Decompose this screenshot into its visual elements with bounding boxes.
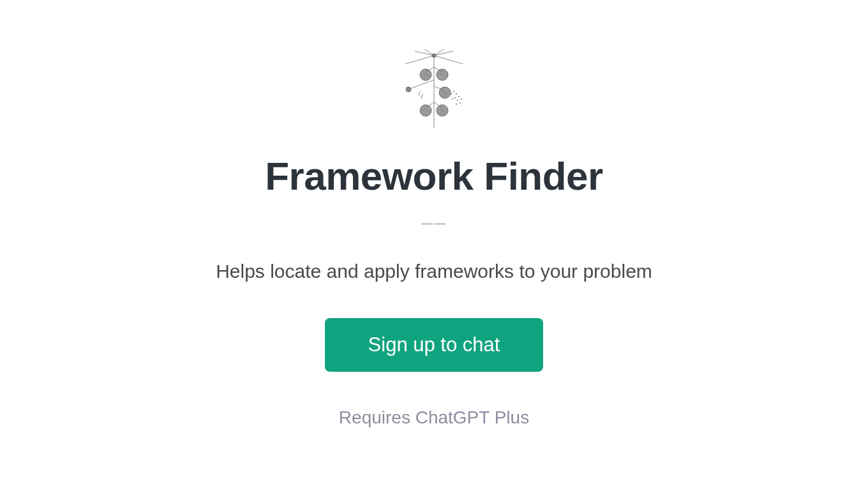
svg-point-22 xyxy=(456,93,457,95)
sign-up-button[interactable]: Sign up to chat xyxy=(325,318,544,372)
svg-point-23 xyxy=(454,97,456,98)
svg-point-29 xyxy=(456,103,457,105)
botanical-sketch-icon xyxy=(393,48,475,131)
svg-point-27 xyxy=(461,98,462,100)
svg-point-7 xyxy=(432,54,436,57)
app-logo xyxy=(389,45,479,134)
svg-line-2 xyxy=(434,51,453,56)
svg-line-3 xyxy=(405,56,434,64)
svg-point-21 xyxy=(453,91,454,92)
app-description: Helps locate and apply frameworks to you… xyxy=(216,261,652,282)
svg-line-8 xyxy=(408,80,434,89)
svg-point-9 xyxy=(406,87,411,92)
svg-line-1 xyxy=(415,51,434,56)
requirement-notice: Requires ChatGPT Plus xyxy=(339,408,529,428)
svg-point-24 xyxy=(458,96,460,97)
svg-point-25 xyxy=(452,98,453,100)
svg-point-28 xyxy=(460,102,461,103)
page-title: Framework Finder xyxy=(265,153,602,199)
svg-point-20 xyxy=(451,93,452,95)
svg-line-4 xyxy=(434,56,463,64)
author-line: —— xyxy=(421,217,447,230)
svg-point-26 xyxy=(457,100,458,101)
